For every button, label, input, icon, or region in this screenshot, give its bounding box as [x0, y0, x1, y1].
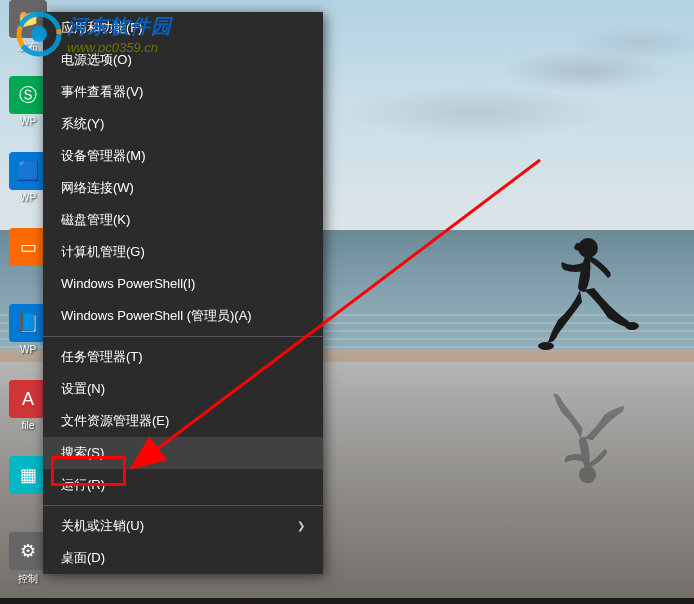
menu-item-powershell[interactable]: Windows PowerShell(I): [43, 268, 323, 300]
menu-item-label: 系统(Y): [61, 116, 104, 132]
menu-item-powershell-admin[interactable]: Windows PowerShell (管理员)(A): [43, 300, 323, 332]
menu-item-label: 设置(N): [61, 381, 105, 397]
desktop-icon[interactable]: 📁 发布: [8, 0, 48, 70]
desktop-icon-label: file: [22, 420, 35, 431]
menu-item-label: 设备管理器(M): [61, 148, 146, 164]
menu-separator: [43, 336, 323, 337]
menu-item-label: Windows PowerShell (管理员)(A): [61, 308, 252, 324]
menu-item-label: 任务管理器(T): [61, 349, 143, 365]
desktop-icon[interactable]: Ⓢ WP: [8, 76, 48, 146]
menu-separator: [43, 505, 323, 506]
desktop-icon-label: WP: [20, 344, 36, 355]
menu-item-computer-management[interactable]: 计算机管理(G): [43, 236, 323, 268]
wallpaper-runner-reflection: [530, 370, 640, 490]
menu-item-task-manager[interactable]: 任务管理器(T): [43, 341, 323, 373]
app-icon: ▭: [9, 228, 47, 266]
desktop-icon-label: WP: [20, 192, 36, 203]
folder-icon: 📁: [9, 0, 47, 38]
app-icon: 📘: [9, 304, 47, 342]
menu-item-label: 搜索(S): [61, 445, 104, 461]
menu-item-label: Windows PowerShell(I): [61, 276, 195, 292]
menu-item-shutdown-signout[interactable]: 关机或注销(U) ❯: [43, 510, 323, 542]
desktop-icon-label: 控制: [18, 572, 38, 586]
wallpaper-clouds: [330, 15, 694, 155]
menu-item-disk-management[interactable]: 磁盘管理(K): [43, 204, 323, 236]
menu-item-system[interactable]: 系统(Y): [43, 108, 323, 140]
menu-item-run[interactable]: 运行(R): [43, 469, 323, 501]
app-icon: ▦: [9, 456, 47, 494]
menu-item-event-viewer[interactable]: 事件查看器(V): [43, 76, 323, 108]
menu-item-desktop[interactable]: 桌面(D): [43, 542, 323, 574]
svg-point-1: [538, 342, 554, 350]
menu-item-apps-features[interactable]: 应用和功能(F): [43, 12, 323, 44]
winx-context-menu: 应用和功能(F) 电源选项(O) 事件查看器(V) 系统(Y) 设备管理器(M)…: [43, 12, 323, 574]
menu-item-label: 事件查看器(V): [61, 84, 143, 100]
menu-item-label: 运行(R): [61, 477, 105, 493]
menu-item-label: 应用和功能(F): [61, 20, 143, 36]
desktop-icon-label: 发布: [18, 40, 38, 54]
menu-item-label: 磁盘管理(K): [61, 212, 130, 228]
menu-item-file-explorer[interactable]: 文件资源管理器(E): [43, 405, 323, 437]
menu-item-label: 计算机管理(G): [61, 244, 145, 260]
desktop-icon[interactable]: 📘 WP: [8, 304, 48, 374]
desktop-icon[interactable]: ▦: [8, 456, 48, 526]
desktop-icon-label: WP: [20, 116, 36, 127]
svg-point-3: [579, 466, 596, 483]
menu-item-label: 文件资源管理器(E): [61, 413, 169, 429]
taskbar[interactable]: [0, 598, 694, 604]
desktop-icon[interactable]: A file: [8, 380, 48, 450]
menu-item-label: 网络连接(W): [61, 180, 134, 196]
desktop-icon[interactable]: 🟦 WP: [8, 152, 48, 222]
app-icon: Ⓢ: [9, 76, 47, 114]
svg-point-2: [625, 322, 639, 330]
app-icon: A: [9, 380, 47, 418]
desktop-icon[interactable]: ▭: [8, 228, 48, 298]
app-icon: 🟦: [9, 152, 47, 190]
menu-item-label: 桌面(D): [61, 550, 105, 566]
menu-item-label: 电源选项(O): [61, 52, 132, 68]
desktop-icon[interactable]: ⚙ 控制: [8, 532, 48, 602]
menu-item-device-manager[interactable]: 设备管理器(M): [43, 140, 323, 172]
menu-item-search[interactable]: 搜索(S): [43, 437, 323, 469]
menu-item-power-options[interactable]: 电源选项(O): [43, 44, 323, 76]
menu-item-settings[interactable]: 设置(N): [43, 373, 323, 405]
chevron-right-icon: ❯: [297, 518, 305, 534]
wallpaper-runner: [530, 230, 640, 370]
menu-item-label: 关机或注销(U): [61, 518, 144, 534]
menu-item-network-connections[interactable]: 网络连接(W): [43, 172, 323, 204]
settings-icon: ⚙: [9, 532, 47, 570]
